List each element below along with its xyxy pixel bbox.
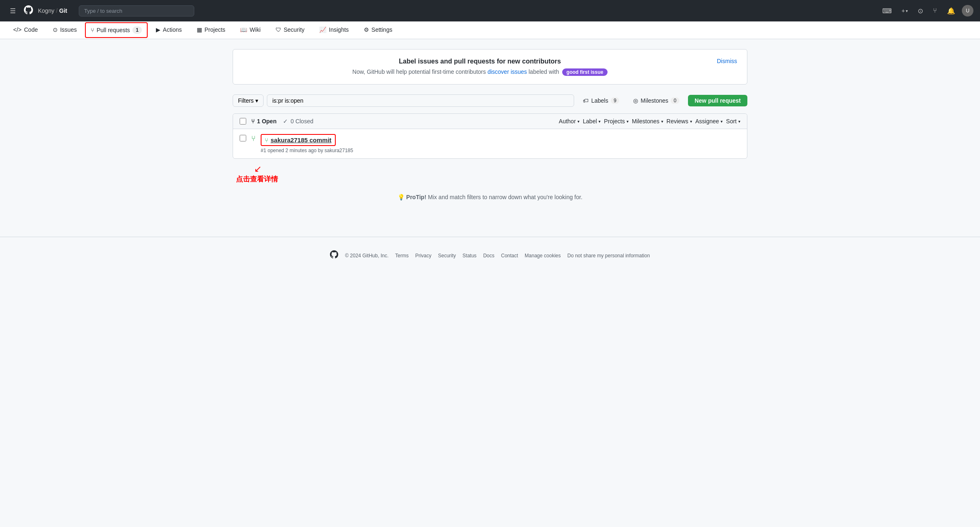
open-count-label: 1 Open — [257, 118, 276, 125]
create-new-button[interactable]: + ▾ — [898, 6, 911, 16]
footer-link-security[interactable]: Security — [438, 253, 456, 259]
filters-chevron-icon: ▾ — [255, 97, 258, 104]
tab-settings-label: Settings — [372, 26, 393, 33]
footer-link-contact[interactable]: Contact — [501, 253, 518, 259]
reviews-sort-button[interactable]: Reviews ▾ — [667, 118, 692, 125]
protip-icon: 💡 — [398, 194, 405, 200]
open-count[interactable]: ⑂ 1 Open — [251, 118, 276, 125]
settings-icon: ⚙ — [364, 26, 369, 33]
tab-settings[interactable]: ⚙ Settings — [357, 21, 399, 39]
wiki-icon: 📖 — [240, 26, 247, 33]
projects-sort-label: Projects — [604, 118, 625, 125]
footer-copyright: © 2024 GitHub, Inc. — [345, 253, 389, 259]
footer-logo — [330, 250, 338, 261]
projects-chevron-icon: ▾ — [627, 119, 629, 124]
assignee-sort-button[interactable]: Assignee ▾ — [695, 118, 723, 125]
breadcrumb: Kogny / Git — [38, 7, 67, 14]
dismiss-button[interactable]: Dismiss — [717, 58, 737, 64]
protip-label: ProTip! — [406, 194, 426, 200]
filters-bar: Filters ▾ 🏷 Labels 9 ◎ Milestones 0 New … — [233, 94, 747, 107]
assignee-sort-label: Assignee — [695, 118, 719, 125]
pr-number: #1 — [261, 148, 266, 153]
labels-button[interactable]: 🏷 Labels 9 — [577, 94, 624, 107]
pr-item-checkbox[interactable] — [240, 135, 246, 141]
main-content: Label issues and pull requests for new c… — [226, 39, 754, 220]
closed-icon: ✓ — [283, 118, 288, 125]
watch-button[interactable]: ⊙ — [914, 5, 926, 16]
sort-button[interactable]: Sort ▾ — [726, 118, 740, 125]
good-first-issue-badge: good first issue — [562, 68, 607, 76]
pr-meta-text: opened 2 minutes ago by sakura27185 — [268, 148, 353, 153]
page-footer: © 2024 GitHub, Inc. Terms Privacy Securi… — [0, 237, 980, 274]
annotation-text: 点击查看详情 — [236, 175, 278, 183]
pr-item-content: ⑂ sakura27185 commit #1 opened 2 minutes… — [261, 134, 740, 153]
pr-title-icon: ⑂ — [265, 137, 268, 144]
filters-label: Filters — [238, 97, 254, 104]
footer-link-docs[interactable]: Docs — [483, 253, 494, 259]
banner-desc-text2: labeled with — [529, 68, 559, 75]
hamburger-menu[interactable]: ☰ — [7, 5, 19, 16]
protip-section: 💡 ProTip! Mix and match filters to narro… — [233, 184, 747, 210]
tab-security-label: Security — [284, 26, 305, 33]
contributor-banner: Label issues and pull requests for new c… — [233, 49, 747, 85]
filters-dropdown-button[interactable]: Filters ▾ — [233, 94, 264, 107]
milestones-sort-button[interactable]: Milestones ▾ — [632, 118, 663, 125]
footer-link-privacy[interactable]: Privacy — [415, 253, 431, 259]
open-pr-icon: ⑂ — [251, 118, 254, 125]
projects-sort-button[interactable]: Projects ▾ — [604, 118, 629, 125]
select-all-checkbox[interactable] — [240, 118, 246, 125]
label-sort-button[interactable]: Label ▾ — [583, 118, 601, 125]
pr-search-input[interactable] — [267, 94, 574, 107]
reviews-chevron-icon: ▾ — [690, 119, 692, 124]
chevron-down-icon: ▾ — [906, 9, 908, 13]
notifications-button[interactable]: 🔔 — [944, 5, 959, 16]
sort-label: Sort — [726, 118, 737, 125]
tab-projects[interactable]: ▦ Projects — [190, 21, 232, 39]
tab-code[interactable]: </> Code — [7, 21, 45, 39]
avatar[interactable]: U — [962, 5, 973, 16]
repo-nav: </> Code ⊙ Issues ⑂ Pull requests 1 ▶ Ac… — [0, 21, 980, 39]
footer-link-manage-cookies[interactable]: Manage cookies — [525, 253, 561, 259]
tab-actions[interactable]: ▶ Actions — [149, 21, 188, 39]
milestones-label: Milestones — [641, 97, 668, 104]
pull-requests-global-button[interactable]: ⑂ — [930, 5, 940, 16]
tab-wiki-label: Wiki — [250, 26, 260, 33]
tab-issues[interactable]: ⊙ Issues — [46, 21, 83, 39]
actions-icon: ▶ — [156, 26, 160, 33]
author-sort-button[interactable]: Author ▾ — [559, 118, 580, 125]
github-logo — [24, 5, 33, 16]
tab-insights[interactable]: 📈 Insights — [313, 21, 355, 39]
footer-link-status[interactable]: Status — [462, 253, 476, 259]
closed-count[interactable]: ✓ 0 Closed — [283, 118, 313, 125]
terminal-button[interactable]: ⌨ — [879, 5, 895, 16]
plus-icon: + — [902, 7, 905, 14]
labels-label: Labels — [591, 97, 608, 104]
tab-security[interactable]: 🛡 Security — [269, 21, 311, 39]
pullrequest-icon: ⑂ — [933, 7, 937, 14]
pr-item: ⑂ ⑂ sakura27185 commit #1 opened 2 minut… — [233, 129, 747, 158]
breadcrumb-user[interactable]: Kogny — [38, 7, 54, 14]
pr-title-link[interactable]: sakura27185 commit — [271, 136, 332, 144]
milestone-icon: ◎ — [633, 97, 638, 104]
breadcrumb-repo: Git — [59, 7, 67, 14]
footer-link-do-not-share[interactable]: Do not share my personal information — [567, 253, 650, 259]
tab-wiki[interactable]: 📖 Wiki — [233, 21, 267, 39]
label-icon: 🏷 — [583, 97, 589, 104]
breadcrumb-separator: / — [56, 7, 58, 14]
banner-content: Label issues and pull requests for new c… — [243, 58, 717, 76]
new-pull-request-button[interactable]: New pull request — [688, 95, 747, 106]
tab-pull-requests[interactable]: ⑂ Pull requests 1 — [85, 22, 148, 38]
labels-count-badge: 9 — [611, 97, 620, 104]
tab-issues-label: Issues — [60, 26, 77, 33]
pullrequest-tab-icon: ⑂ — [91, 27, 94, 33]
milestones-count-badge: 0 — [671, 97, 679, 104]
pr-open-icon: ⑂ — [251, 134, 256, 143]
footer-link-terms[interactable]: Terms — [395, 253, 409, 259]
code-icon: </> — [13, 26, 21, 33]
hamburger-icon: ☰ — [10, 7, 16, 15]
pr-title-box: ⑂ sakura27185 commit — [261, 134, 336, 146]
discover-issues-link[interactable]: discover issues — [488, 68, 527, 75]
milestones-button[interactable]: ◎ Milestones 0 — [628, 94, 685, 107]
search-input[interactable] — [79, 5, 194, 16]
pull-requests-badge: 1 — [132, 26, 142, 34]
